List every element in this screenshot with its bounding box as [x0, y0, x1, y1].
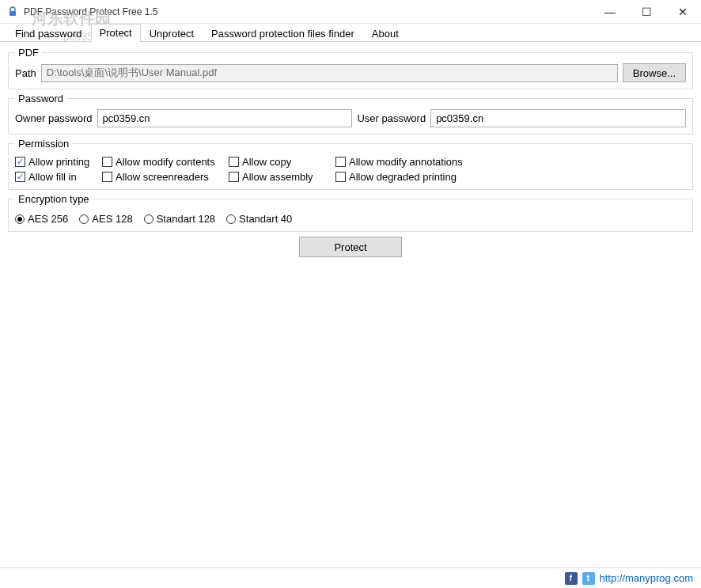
checkbox-allow-printing[interactable]: Allow printing [15, 156, 102, 168]
minimize-button[interactable]: — [592, 0, 628, 24]
svg-rect-0 [9, 11, 16, 16]
checkbox-allow-fill-in[interactable]: Allow fill in [15, 171, 102, 183]
radio-aes-256[interactable]: AES 256 [15, 213, 68, 225]
tab-password-protection-files-finder[interactable]: Password protection files finder [203, 25, 363, 42]
twitter-icon[interactable]: t [582, 572, 595, 585]
permission-group: Permission Allow printing Allow modify c… [8, 138, 693, 190]
protect-button[interactable]: Protect [299, 237, 402, 257]
checkbox-allow-assembly[interactable]: Allow assembly [229, 171, 335, 183]
content-area: PDF Path Browse... Password Owner passwo… [0, 42, 701, 260]
owner-password-label: Owner password [15, 112, 93, 124]
check-icon [335, 172, 346, 182]
radio-aes-128[interactable]: AES 128 [79, 213, 132, 225]
radio-standart-128[interactable]: Standart 128 [144, 213, 215, 225]
check-icon [229, 157, 239, 167]
window-controls: — ☐ ✕ [592, 0, 701, 24]
checkbox-allow-modify-contents[interactable]: Allow modify contents [102, 156, 229, 168]
owner-password-input[interactable] [97, 109, 353, 127]
checkbox-label: Allow degraded printing [349, 171, 457, 183]
checkbox-label: Allow modify annotations [349, 156, 463, 168]
checkbox-allow-modify-annotations[interactable]: Allow modify annotations [335, 156, 510, 168]
checkbox-allow-screenreaders[interactable]: Allow screenreaders [102, 171, 229, 183]
radio-standart-40[interactable]: Standart 40 [226, 213, 292, 225]
encryption-legend: Encryption type [15, 193, 93, 205]
path-label: Path [15, 67, 36, 79]
checkbox-allow-degraded-printing[interactable]: Allow degraded printing [335, 171, 510, 183]
window-title: PDF Password Protect Free 1.5 [24, 6, 592, 17]
encryption-group: Encryption type AES 256 AES 128 Standart… [8, 193, 693, 232]
pdf-group: PDF Path Browse... [8, 47, 693, 89]
check-icon [102, 157, 112, 167]
user-password-input[interactable] [430, 109, 686, 127]
tabbar: Find password Protect Unprotect Password… [0, 24, 701, 42]
close-button[interactable]: ✕ [665, 0, 701, 24]
checkbox-label: Allow screenreaders [116, 171, 209, 183]
radio-label: Standart 128 [157, 213, 215, 225]
check-icon [15, 157, 25, 167]
radio-label: AES 256 [28, 213, 68, 225]
app-icon [6, 6, 19, 18]
tab-about[interactable]: About [363, 25, 407, 42]
checkbox-label: Allow printing [28, 156, 89, 168]
user-password-label: User password [357, 112, 426, 124]
check-icon [335, 157, 346, 167]
footer: f t http://manyprog.com [0, 567, 701, 588]
radio-icon [15, 214, 25, 224]
check-icon [15, 172, 25, 182]
tab-find-password[interactable]: Find password [6, 25, 91, 42]
check-icon [102, 172, 112, 182]
checkbox-label: Allow copy [242, 156, 291, 168]
check-icon [229, 172, 239, 182]
titlebar: PDF Password Protect Free 1.5 — ☐ ✕ [0, 0, 701, 24]
maximize-button[interactable]: ☐ [628, 0, 665, 24]
browse-button[interactable]: Browse... [623, 63, 686, 82]
permission-legend: Permission [15, 138, 72, 150]
tab-unprotect[interactable]: Unprotect [141, 25, 203, 42]
pdf-legend: PDF [15, 47, 42, 59]
checkbox-allow-copy[interactable]: Allow copy [229, 156, 335, 168]
facebook-icon[interactable]: f [565, 572, 578, 585]
password-group: Password Owner password User password [8, 93, 693, 135]
checkbox-label: Allow assembly [242, 171, 313, 183]
checkbox-label: Allow fill in [28, 171, 77, 183]
checkbox-label: Allow modify contents [116, 156, 215, 168]
path-input[interactable] [41, 64, 618, 82]
tab-protect[interactable]: Protect [91, 24, 141, 42]
radio-icon [144, 214, 153, 224]
radio-label: Standart 40 [239, 213, 292, 225]
radio-icon [79, 214, 89, 224]
website-link[interactable]: http://manyprog.com [600, 572, 694, 584]
password-legend: Password [15, 93, 66, 104]
radio-icon [226, 214, 236, 224]
radio-label: AES 128 [92, 213, 132, 225]
